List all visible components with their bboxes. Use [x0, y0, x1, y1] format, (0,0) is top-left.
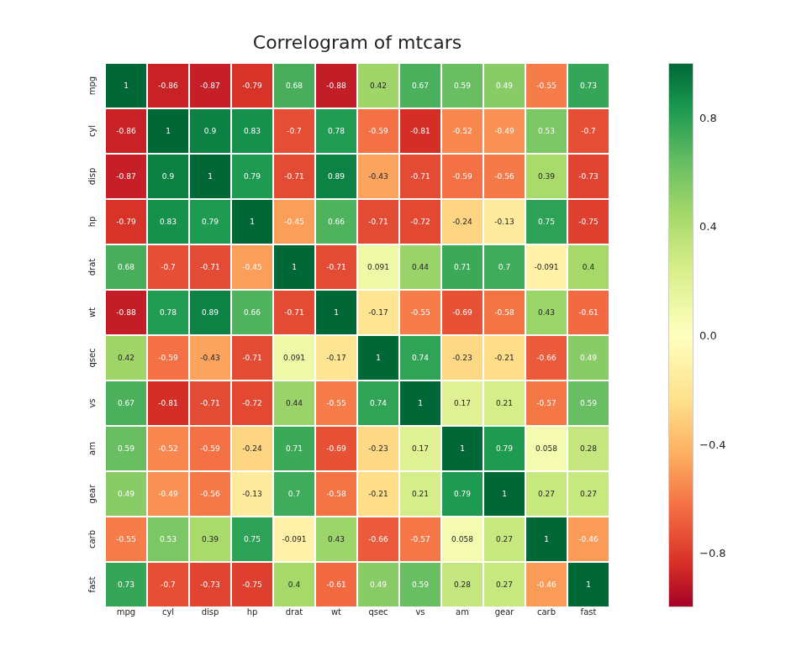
heatmap-cell: -0.58 — [483, 290, 525, 335]
heatmap-cell: 0.79 — [189, 199, 231, 244]
heatmap-cell: 0.83 — [147, 199, 189, 244]
x-tick-label: am — [441, 607, 483, 617]
heatmap-cell: 0.27 — [483, 562, 525, 607]
heatmap-cell: -0.56 — [483, 154, 525, 199]
heatmap-cell: 0.75 — [231, 517, 273, 562]
heatmap-cell: 0.44 — [399, 244, 441, 290]
heatmap-cell: 1 — [315, 290, 357, 335]
heatmap-cell: 0.71 — [441, 244, 483, 290]
figure: Correlogram of mtcars 1-0.86-0.87-0.790.… — [0, 0, 807, 672]
heatmap-cell: -0.72 — [231, 381, 273, 426]
heatmap-cell: 0.17 — [399, 426, 441, 471]
heatmap-cell: 1 — [273, 244, 315, 290]
heatmap-cell: 0.89 — [189, 290, 231, 335]
heatmap-cell: -0.59 — [189, 426, 231, 471]
heatmap-cell: -0.71 — [189, 244, 231, 290]
heatmap-cell: 0.27 — [567, 471, 609, 517]
heatmap-cell: 0.44 — [273, 381, 315, 426]
y-tick-label: hp — [69, 210, 114, 234]
heatmap-cell: 1 — [483, 471, 525, 517]
heatmap-cell: -0.75 — [567, 199, 609, 244]
heatmap-cell: -0.86 — [147, 63, 189, 108]
heatmap-cell: 0.59 — [399, 562, 441, 607]
heatmap-cell: 0.83 — [231, 108, 273, 154]
chart-title: Correlogram of mtcars — [105, 32, 609, 53]
heatmap-cell: -0.24 — [231, 426, 273, 471]
y-tick-label: mpg — [69, 74, 114, 97]
y-tick-label: fast — [69, 573, 114, 596]
y-tick-label: wt — [69, 301, 114, 324]
x-tick-label: carb — [525, 607, 567, 617]
heatmap-cell: 0.79 — [231, 154, 273, 199]
heatmap-cell: 0.4 — [273, 562, 315, 607]
heatmap-cell: -0.61 — [567, 290, 609, 335]
colorbar — [668, 63, 694, 607]
x-tick-label: gear — [483, 607, 525, 617]
heatmap-cell: 0.27 — [483, 517, 525, 562]
heatmap-cell: 1 — [441, 426, 483, 471]
heatmap-cell: 0.42 — [357, 63, 399, 108]
heatmap-cell: 0.59 — [567, 381, 609, 426]
heatmap-cell: 0.53 — [525, 108, 567, 154]
heatmap-cell: -0.72 — [399, 199, 441, 244]
heatmap-cell: 0.9 — [189, 108, 231, 154]
heatmap-cell: -0.71 — [189, 381, 231, 426]
heatmap: 1-0.86-0.87-0.790.68-0.880.420.670.590.4… — [105, 63, 609, 607]
heatmap-cell: 1 — [525, 517, 567, 562]
heatmap-cell: 0.78 — [315, 108, 357, 154]
heatmap-cell: 0.4 — [567, 244, 609, 290]
x-tick-label: hp — [231, 607, 273, 617]
colorbar-tick-label: 0.4 — [699, 220, 717, 233]
heatmap-cell: -0.81 — [147, 381, 189, 426]
heatmap-cell: 0.68 — [273, 63, 315, 108]
heatmap-cell: 0.74 — [357, 381, 399, 426]
heatmap-cell: -0.71 — [273, 290, 315, 335]
heatmap-cell: -0.79 — [231, 63, 273, 108]
y-tick-label: qsec — [69, 346, 114, 370]
heatmap-cell: 0.49 — [357, 562, 399, 607]
heatmap-cell: -0.091 — [525, 244, 567, 290]
heatmap-cell: 0.73 — [567, 63, 609, 108]
heatmap-cell: -0.52 — [441, 108, 483, 154]
heatmap-cell: -0.66 — [525, 335, 567, 381]
heatmap-cell: -0.52 — [147, 426, 189, 471]
heatmap-cell: 0.67 — [399, 63, 441, 108]
heatmap-cell: 0.79 — [483, 426, 525, 471]
heatmap-cell: -0.59 — [441, 154, 483, 199]
heatmap-cell: 1 — [231, 199, 273, 244]
heatmap-cell: 0.7 — [483, 244, 525, 290]
colorbar-tick-label: 0.0 — [699, 329, 717, 342]
heatmap-cell: -0.24 — [441, 199, 483, 244]
heatmap-cell: 0.49 — [483, 63, 525, 108]
heatmap-cell: 0.75 — [525, 199, 567, 244]
y-tick-label: drat — [69, 255, 114, 279]
heatmap-cell: 0.39 — [525, 154, 567, 199]
heatmap-cell: -0.43 — [189, 335, 231, 381]
heatmap-cell: -0.59 — [147, 335, 189, 381]
heatmap-cell: 0.21 — [399, 471, 441, 517]
x-tick-label: fast — [567, 607, 609, 617]
heatmap-cell: -0.71 — [357, 199, 399, 244]
heatmap-grid: 1-0.86-0.87-0.790.68-0.880.420.670.590.4… — [105, 63, 609, 607]
heatmap-cell: 0.49 — [567, 335, 609, 381]
x-axis-ticks: mpgcyldisphpdratwtqsecvsamgearcarbfast — [105, 607, 609, 617]
x-tick-label: cyl — [147, 607, 189, 617]
heatmap-cell: 0.9 — [147, 154, 189, 199]
heatmap-cell: -0.71 — [399, 154, 441, 199]
y-tick-label: vs — [69, 391, 114, 415]
heatmap-cell: 0.79 — [441, 471, 483, 517]
heatmap-cell: -0.55 — [525, 63, 567, 108]
heatmap-cell: -0.7 — [147, 562, 189, 607]
heatmap-cell: -0.21 — [357, 471, 399, 517]
heatmap-cell: 0.74 — [399, 335, 441, 381]
heatmap-cell: -0.88 — [315, 63, 357, 108]
heatmap-cell: 0.66 — [315, 199, 357, 244]
heatmap-cell: -0.17 — [315, 335, 357, 381]
heatmap-cell: -0.75 — [231, 562, 273, 607]
y-tick-label: carb — [69, 528, 114, 551]
heatmap-cell: 1 — [567, 562, 609, 607]
x-tick-label: drat — [273, 607, 315, 617]
heatmap-cell: -0.45 — [231, 244, 273, 290]
colorbar-tick-label: 0.8 — [699, 111, 717, 123]
heatmap-cell: -0.57 — [399, 517, 441, 562]
